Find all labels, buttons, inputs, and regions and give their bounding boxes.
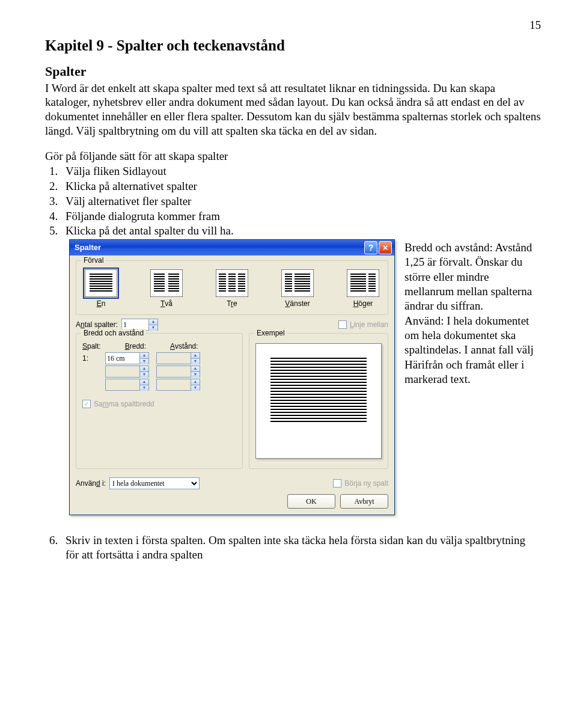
columns-left-icon <box>281 269 314 297</box>
help-button[interactable]: ? <box>364 241 377 254</box>
side-annotation: Bredd och avstånd: Avstånd 1,25 är förva… <box>405 239 541 387</box>
spacing-spinner-disabled: ▲▼ <box>156 366 200 378</box>
checkbox-icon <box>338 320 347 329</box>
steps-list: Välja fliken Sidlayout Klicka på alterna… <box>61 164 541 238</box>
spin-down-icon[interactable]: ▼ <box>148 325 157 331</box>
dialog-title: Spalter <box>75 243 101 252</box>
width-legend: Bredd och avstånd <box>81 329 146 338</box>
new-column-label: Börja ny spalt <box>344 479 388 488</box>
spin-up-icon[interactable]: ▲ <box>139 353 148 359</box>
preset-label: Vänster <box>281 299 314 308</box>
ok-button[interactable]: OK <box>287 494 335 509</box>
page-number: 15 <box>45 18 541 32</box>
preset-two[interactable]: Två <box>150 269 183 308</box>
dialog-titlebar: Spalter ? × <box>70 240 394 255</box>
columns-two-icon <box>150 269 183 297</box>
spacing-spinner: ▲▼ <box>156 352 200 364</box>
list-item: Skriv in texten i första spalten. Om spa… <box>61 533 541 562</box>
list-item: Välja fliken Sidlayout <box>61 164 541 179</box>
preview-group: Exempel <box>249 333 388 469</box>
preview-box <box>255 343 382 459</box>
spacing-input <box>157 353 191 364</box>
spin-up-icon[interactable]: ▲ <box>148 319 157 325</box>
apply-to-select[interactable]: I hela dokumentet <box>109 477 200 489</box>
spin-up-icon: ▲ <box>191 353 200 359</box>
width-spacing-group: Bredd och avstånd Spalt: Bredd: Avstånd:… <box>76 333 243 469</box>
list-item: Följande dialogruta kommer fram <box>61 209 541 224</box>
preset-one[interactable]: En <box>85 269 117 308</box>
spin-down-icon: ▼ <box>191 359 200 364</box>
width-spinner-disabled: ▲▼ <box>105 379 149 391</box>
chapter-heading: Kapitel 9 - Spalter och teckenavstånd <box>45 36 541 55</box>
presets-legend: Förval <box>81 256 106 265</box>
list-item: Klicka på alternativet spalter <box>61 179 541 194</box>
spin-down-icon[interactable]: ▼ <box>139 359 148 364</box>
intro-paragraph: I Word är det enkelt att skapa spalter m… <box>45 81 541 138</box>
preset-left[interactable]: Vänster <box>281 269 314 308</box>
col-header: Spalt: <box>82 342 101 351</box>
close-button[interactable]: × <box>379 241 392 254</box>
preset-right[interactable]: Höger <box>347 269 379 308</box>
line-between-checkbox: Linje mellan <box>338 320 388 329</box>
apply-to-label: Använd i: <box>76 479 106 488</box>
columns-right-icon <box>347 269 379 297</box>
cancel-button[interactable]: Avbryt <box>340 494 388 509</box>
steps-title: Gör på följande sätt för att skapa spalt… <box>45 149 541 164</box>
preview-legend: Exempel <box>254 329 287 338</box>
preset-label: Höger <box>347 299 379 308</box>
steps-continued: Skriv in texten i första spalten. Om spa… <box>61 533 541 562</box>
columns-one-icon <box>85 269 117 297</box>
width-spinner-disabled: ▲▼ <box>105 366 149 378</box>
list-item: Klicka på det antal spalter du vill ha. <box>61 224 541 238</box>
columns-dialog: Spalter ? × Förval <box>69 239 395 515</box>
col-header: Avstånd: <box>170 342 198 351</box>
preset-label: En <box>85 299 117 308</box>
width-spinner[interactable]: ▲▼ <box>105 352 149 364</box>
same-width-checkbox: ✓ Samma spaltbredd <box>82 400 154 409</box>
num-columns-label: Antal spalter: <box>76 320 118 329</box>
section-heading: Spalter <box>45 63 541 80</box>
columns-three-icon <box>216 269 248 297</box>
preset-label: Tre <box>216 299 248 308</box>
spacing-spinner-disabled: ▲▼ <box>156 379 200 391</box>
line-between-label: Linje mellan <box>350 320 388 329</box>
preview-lines-icon <box>270 358 367 422</box>
preset-label: Två <box>150 299 183 308</box>
checkbox-icon <box>333 479 341 488</box>
preset-three[interactable]: Tre <box>216 269 248 308</box>
width-input[interactable] <box>106 353 139 364</box>
presets-group: Förval En <box>76 260 388 315</box>
list-item: Välj alternativet fler spalter <box>61 194 541 209</box>
same-width-label: Samma spaltbredd <box>94 400 154 409</box>
row-number: 1: <box>82 354 98 363</box>
checkbox-icon: ✓ <box>82 400 91 408</box>
col-header: Bredd: <box>125 342 146 351</box>
new-column-checkbox: Börja ny spalt <box>333 479 388 488</box>
